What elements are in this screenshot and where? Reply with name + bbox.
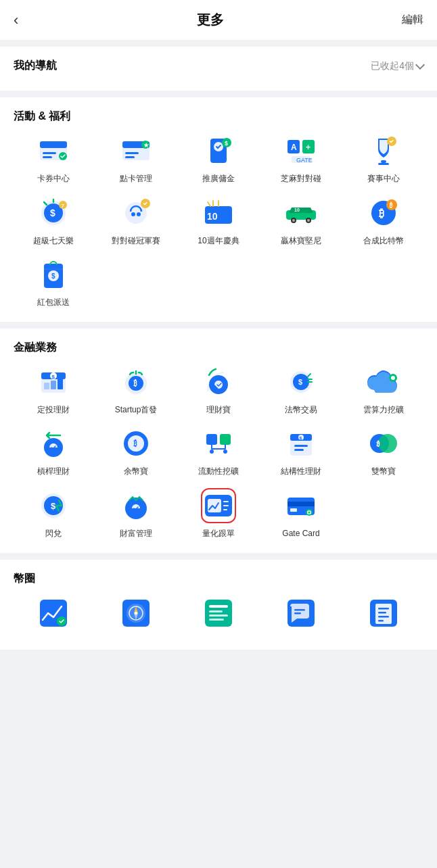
sesame-pvp-item[interactable]: A + GATE 芝麻對對碰	[261, 133, 341, 185]
svg-rect-112	[378, 620, 384, 622]
svg-rect-23	[378, 163, 389, 165]
news-item[interactable]	[179, 596, 258, 636]
redpacket-label: 紅包派送	[37, 297, 70, 308]
dualcoin-icon: ₿	[366, 426, 401, 461]
svg-rect-9	[125, 152, 139, 154]
chat-item[interactable]	[261, 596, 341, 636]
promo-fund-label: 推廣傭金	[202, 174, 235, 185]
activities-section: 活動 & 福利 卡券中心	[0, 97, 437, 322]
docs-item[interactable]	[344, 596, 423, 636]
trend-icon	[36, 596, 71, 631]
page-title: 更多	[197, 11, 224, 29]
auto-invest-label: 定投理財	[37, 405, 70, 416]
svg-text:$: $	[300, 436, 302, 441]
finance-title: 金融業務	[14, 341, 57, 355]
svg-rect-86	[208, 499, 221, 512]
svg-text:$: $	[50, 208, 55, 218]
finance-grid: $ 定投理財 ₿ Startup首發	[14, 364, 423, 539]
wealthmgmt-icon	[118, 488, 154, 523]
edit-button[interactable]: 編輯	[402, 13, 423, 27]
pvp-champion-label: 對對碰冠軍賽	[112, 236, 160, 247]
chat-icon	[283, 596, 319, 631]
news-icon	[201, 596, 236, 631]
activities-grid: 卡券中心 ★ 點卡管理	[14, 133, 423, 308]
compass-item[interactable]	[96, 596, 176, 636]
quant-order-item[interactable]: 量化跟單	[179, 488, 258, 539]
staking-item[interactable]: 槓桿理財	[14, 426, 93, 477]
flash-redeem-item[interactable]: $ 閃兌	[14, 488, 93, 539]
svg-text:$: $	[298, 378, 302, 386]
svg-rect-89	[290, 508, 297, 512]
pvp-champion-item[interactable]: 對對碰冠軍賽	[96, 195, 176, 247]
back-button[interactable]: ‹	[14, 11, 18, 29]
auto-invest-item[interactable]: $ 定投理財	[14, 364, 93, 416]
promo-fund-item[interactable]: $ 推廣傭金	[179, 133, 258, 185]
pvp-icon	[118, 195, 154, 231]
svg-text:10: 10	[294, 208, 300, 212]
anniversary-item[interactable]: 10 10週年慶典	[179, 195, 258, 247]
yucoin-label: 余幣寶	[124, 466, 148, 477]
svg-text:$: $	[52, 374, 55, 380]
wealth-label: 理財寶	[206, 405, 231, 416]
community-title: 幣圈	[14, 572, 35, 586]
svg-rect-77	[294, 449, 304, 451]
fiat-icon: $	[283, 364, 319, 400]
lambo-item[interactable]: 10 贏林寶堅尼	[261, 195, 341, 247]
synthbtc-icon: ₿ ₿	[366, 195, 401, 231]
cloud-mining-item[interactable]: 雲算力挖礦	[344, 364, 423, 416]
svg-rect-111	[378, 616, 389, 618]
liquidity-item[interactable]: 流動性挖礦	[179, 426, 258, 477]
lambo-label: 贏林寶堅尼	[281, 236, 321, 247]
svg-text:10: 10	[207, 211, 218, 222]
svg-rect-102	[209, 614, 228, 617]
startup-icon: ₿	[118, 364, 154, 400]
lambo-icon: 10	[283, 195, 319, 231]
svg-rect-54	[58, 378, 63, 389]
fiat-item[interactable]: $ 法幣交易	[261, 364, 341, 416]
wealth-item[interactable]: 理財寶	[179, 364, 258, 416]
svg-point-79	[378, 434, 397, 453]
svg-point-30	[131, 212, 135, 216]
redpacket-item[interactable]: $ 紅包派送	[14, 257, 93, 308]
trend-item[interactable]	[14, 596, 93, 636]
svg-rect-109	[378, 608, 389, 610]
wealth-icon	[201, 364, 236, 400]
synthbtc-item[interactable]: ₿ ₿ 合成比特幣	[344, 195, 423, 247]
my-nav-collapse[interactable]: 已收起4個	[371, 60, 423, 72]
svg-text:₿: ₿	[379, 208, 384, 219]
chevron-down-icon	[415, 60, 425, 70]
yucoin-icon: ₿	[118, 426, 154, 461]
liquidity-icon	[201, 426, 236, 461]
svg-text:$: $	[51, 501, 56, 511]
autoinvest-icon: $	[36, 364, 71, 400]
svg-rect-103	[209, 619, 224, 621]
activities-title: 活動 & 福利	[14, 110, 70, 124]
tournament-icon	[366, 133, 401, 168]
svg-point-63	[391, 376, 395, 380]
svg-rect-99	[205, 600, 232, 627]
cloud-mining-label: 雲算力挖礦	[363, 405, 404, 416]
svg-rect-101	[209, 610, 223, 612]
fiat-label: 法幣交易	[285, 405, 317, 416]
svg-rect-22	[381, 160, 386, 163]
super7-item[interactable]: $ 7 超級七天樂	[14, 195, 93, 247]
dual-coin-item[interactable]: ₿ 雙幣寶	[344, 426, 423, 477]
yucoin-item[interactable]: ₿ 余幣寶	[96, 426, 176, 477]
structured-item[interactable]: $ 結構性理財	[261, 426, 341, 477]
gate-card-item[interactable]: Gate Card	[261, 488, 341, 539]
tournament-item[interactable]: 賽事中心	[344, 133, 423, 185]
startup-item[interactable]: ₿ Startup首發	[96, 364, 176, 416]
svg-rect-105	[294, 609, 305, 611]
svg-text:₿: ₿	[376, 440, 380, 448]
quant-order-label: 量化跟單	[202, 529, 235, 539]
points-mgmt-item[interactable]: ★ 點卡管理	[96, 133, 176, 185]
coupon-center-item[interactable]: 卡券中心	[14, 133, 93, 185]
finance-section: 金融業務 $ 定投理財	[0, 329, 437, 553]
svg-rect-100	[209, 605, 228, 608]
svg-point-38	[292, 219, 295, 222]
svg-point-71	[223, 450, 227, 454]
promo-icon: $	[201, 133, 236, 168]
wealth-mgmt-item[interactable]: 財富管理	[96, 488, 176, 539]
sesame-pvp-label: 芝麻對對碰	[281, 174, 321, 185]
staking-label: 槓桿理財	[37, 466, 70, 477]
